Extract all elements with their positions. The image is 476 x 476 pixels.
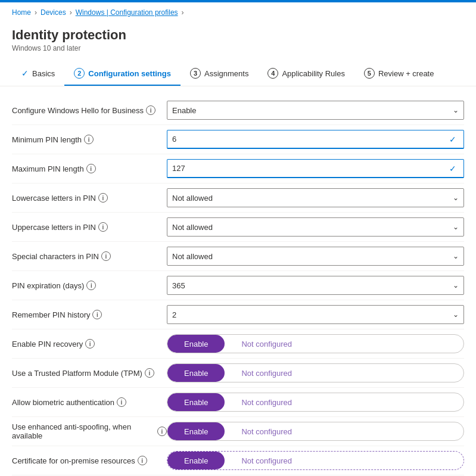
select-value-configure: Enable [172,106,453,115]
info-icon-special[interactable]: i [101,251,111,261]
toggle-enable-tpm[interactable]: Enable [167,364,225,382]
select-uppercase[interactable]: Not allowed ⌄ [167,217,464,237]
tab-review-label: Review + create [378,69,434,78]
row-configure-windows-hello: Configure Windows Hello for Business i E… [12,96,464,125]
control-pin-recovery: Enable Not configured [167,334,464,353]
info-icon-biometric[interactable]: i [117,397,126,407]
select-value-uppercase: Not allowed [172,223,453,232]
row-pin-recovery: Enable PIN recovery i Enable Not configu… [12,329,464,359]
select-max-pin[interactable]: 127 ✓ [167,159,464,178]
control-biometric: Enable Not configured [167,393,464,412]
toggle-notconfig-biometric[interactable]: Not configured [225,393,309,411]
row-pin-expiration: PIN expiration (days) i 365 ⌄ [12,271,464,300]
chevron-down-icon: ⌄ [453,106,459,114]
select-special-chars[interactable]: Not allowed ⌄ [167,247,464,266]
breadcrumb-sep3: › [182,8,184,17]
select-configure-windows-hello[interactable]: Enable ⌄ [167,101,464,120]
info-icon-min-pin[interactable]: i [84,135,94,144]
control-min-pin: 6 ✓ [167,130,464,149]
chevron-down-icon-hist: ⌄ [453,310,459,319]
toggle-notconfig-onpremise[interactable]: Not configured [225,452,309,469]
page-title: Identity protection [12,27,464,43]
tab-applicability[interactable]: 4 Applicability Rules [258,62,354,86]
toggle-pin-recovery: Enable Not configured [167,334,464,353]
select-lowercase[interactable]: Not allowed ⌄ [167,188,464,207]
tab-config-settings[interactable]: 2 Configuration settings [64,62,181,86]
chevron-down-icon-exp: ⌄ [453,281,459,290]
select-pin-expiration[interactable]: 365 ⌄ [167,276,464,295]
select-value-expiration: 365 [172,281,453,290]
row-uppercase: Uppercase letters in PIN i Not allowed ⌄ [12,213,464,242]
control-pin-history: 2 ⌄ [167,305,464,324]
toggle-tpm: Enable Not configured [167,363,464,382]
select-value-special: Not allowed [172,252,453,261]
row-lowercase: Lowercase letters in PIN i Not allowed ⌄ [12,183,464,213]
row-pin-history: Remember PIN history i 2 ⌄ [12,300,464,329]
toggle-anti-spoofing: Enable Not configured [167,422,464,441]
label-pin-history: Remember PIN history i [12,310,167,319]
tab-check-icon: ✓ [21,69,29,78]
info-icon-history[interactable]: i [92,310,102,319]
select-value-lowercase: Not allowed [172,194,453,203]
chevron-down-icon-sc: ⌄ [453,252,459,260]
info-icon-expiration[interactable]: i [86,281,96,290]
toggle-enable-biometric[interactable]: Enable [167,393,225,411]
tab-review[interactable]: 5 Review + create [354,62,444,86]
label-on-premise: Certificate for on-premise resources i [12,456,167,465]
toggle-notconfig-pin-recovery[interactable]: Not configured [225,335,309,353]
toggle-notconfig-antispoofing[interactable]: Not configured [225,422,309,440]
label-biometric: Allow biometric authentication i [12,397,167,407]
toggle-on-premise: Enable Not configured [167,451,464,470]
control-pin-expiration: 365 ⌄ [167,276,464,295]
select-value-max-pin: 127 [172,164,449,173]
select-pin-history[interactable]: 2 ⌄ [167,305,464,324]
select-min-pin[interactable]: 6 ✓ [167,130,464,149]
select-value-min-pin: 6 [172,135,449,144]
row-on-premise: Certificate for on-premise resources i E… [12,446,464,475]
control-uppercase: Not allowed ⌄ [167,217,464,237]
chevron-down-icon-uc: ⌄ [453,223,459,231]
info-icon-tpm[interactable]: i [145,368,154,378]
toggle-enable-antispoofing[interactable]: Enable [167,422,225,440]
info-icon-onpremise[interactable]: i [138,456,147,465]
info-icon-max-pin[interactable]: i [86,164,96,173]
row-max-pin: Maximum PIN length i 127 ✓ [12,154,464,183]
info-icon-configure[interactable]: i [146,105,155,115]
toggle-biometric: Enable Not configured [167,393,464,412]
breadcrumb-config-profiles[interactable]: Windows | Configuration profiles [76,8,178,17]
row-anti-spoofing: Use enhanced anti-spoofing, when availab… [12,417,464,446]
label-configure-windows-hello: Configure Windows Hello for Business i [12,105,167,115]
page-header: Identity protection Windows 10 and later [0,23,476,62]
tab-app-number: 4 [267,68,278,79]
label-min-pin: Minimum PIN length i [12,135,167,144]
control-lowercase: Not allowed ⌄ [167,188,464,207]
breadcrumb-devices[interactable]: Devices [41,8,66,17]
row-min-pin: Minimum PIN length i 6 ✓ [12,125,464,154]
label-lowercase: Lowercase letters in PIN i [12,193,167,203]
tab-assignments[interactable]: 3 Assignments [181,62,258,86]
tab-assignments-label: Assignments [204,69,248,78]
form-content: Configure Windows Hello for Business i E… [0,86,476,476]
control-max-pin: 127 ✓ [167,159,464,178]
check-icon-min-pin: ✓ [449,135,456,144]
breadcrumb-sep2: › [70,8,72,17]
toggle-notconfig-tpm[interactable]: Not configured [225,364,309,382]
breadcrumb-home[interactable]: Home [12,8,31,17]
toggle-enable-pin-recovery[interactable]: Enable [167,335,225,353]
info-icon-recovery[interactable]: i [85,339,95,349]
toggle-enable-onpremise[interactable]: Enable [167,452,225,469]
label-pin-expiration: PIN expiration (days) i [12,281,167,290]
control-configure-windows-hello: Enable ⌄ [167,101,464,120]
info-icon-lowercase[interactable]: i [98,193,108,203]
tab-basics[interactable]: ✓ Basics [12,63,64,85]
info-icon-antispoofing[interactable]: i [157,427,167,436]
row-tpm: Use a Trusted Platform Module (TPM) i En… [12,359,464,388]
label-anti-spoofing: Use enhanced anti-spoofing, when availab… [12,422,167,440]
page-subtitle: Windows 10 and later [12,44,464,52]
label-tpm: Use a Trusted Platform Module (TPM) i [12,368,167,378]
info-icon-uppercase[interactable]: i [98,222,108,232]
tab-config-label: Configuration settings [88,69,171,78]
tab-basics-label: Basics [32,69,55,78]
breadcrumb-sep1: › [35,8,37,17]
chevron-down-icon-lc: ⌄ [453,194,459,202]
